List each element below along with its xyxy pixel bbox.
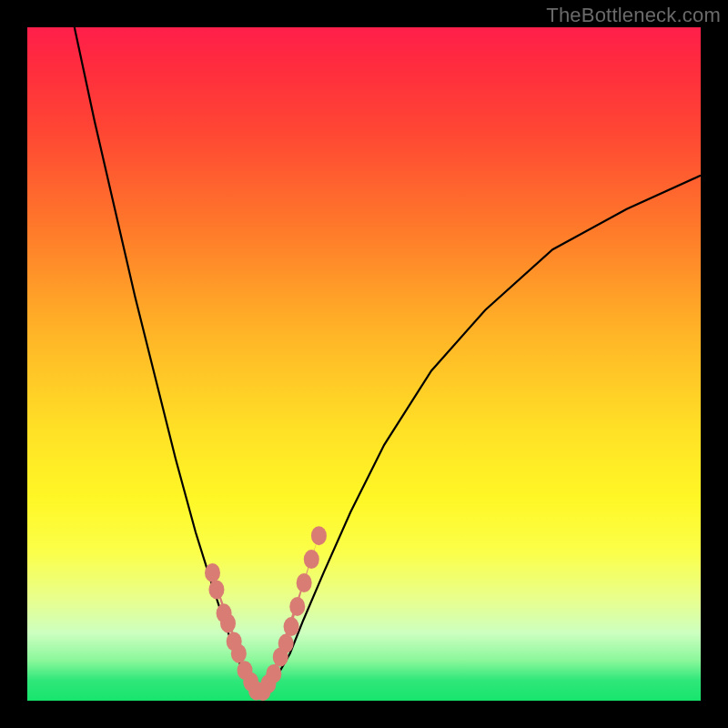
- watermark-text: TheBottleneck.com: [546, 4, 721, 27]
- chart-container: TheBottleneck.com: [0, 0, 728, 728]
- plot-area: [27, 27, 701, 701]
